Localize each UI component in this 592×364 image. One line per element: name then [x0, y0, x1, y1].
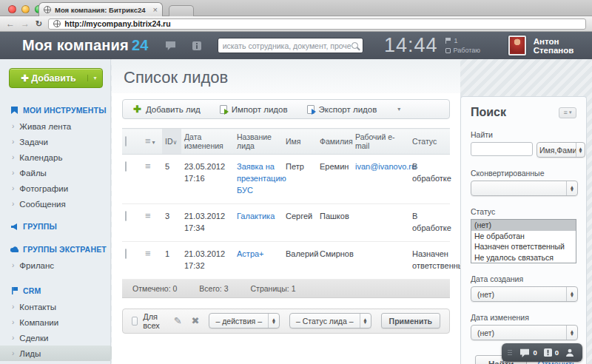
- browser-tab[interactable]: Моя компания: Битрикс24 ×: [38, 2, 163, 16]
- find-label: Найти: [471, 130, 576, 139]
- sidebar-item-events[interactable]: ›События: [0, 361, 110, 364]
- status-checkbox-icon[interactable]: [445, 48, 451, 53]
- global-search[interactable]: [218, 38, 363, 53]
- converted-select[interactable]: ▲▼: [471, 181, 578, 196]
- megaphone-icon: [10, 223, 18, 230]
- work-status[interactable]: 1 Работаю: [445, 37, 480, 54]
- row-menu-icon[interactable]: ≡: [145, 248, 151, 259]
- sidebar-item-files[interactable]: ›Файлы: [0, 165, 110, 181]
- sidebar-item-calendar[interactable]: ›Календарь: [0, 149, 110, 165]
- sidebar-item-companies[interactable]: ›Компании: [0, 314, 110, 330]
- chevron-right-icon: ›: [12, 261, 14, 269]
- for-all-checkbox[interactable]: [132, 317, 138, 326]
- add-caret-icon[interactable]: ▾: [87, 75, 102, 81]
- column-lead-name[interactable]: Название лида: [234, 129, 283, 155]
- column-status[interactable]: Статус: [409, 129, 450, 155]
- export-leads-button[interactable]: Экспорт лидов: [307, 105, 377, 114]
- user-name[interactable]: Антон Степанов: [534, 37, 592, 55]
- section-groups[interactable]: ГРУППЫ: [0, 218, 110, 235]
- lead-status-select[interactable]: – Статус лида – ▲▼: [289, 313, 371, 328]
- app-header: Моя компания24 14:44 1 Работаю Антон Сте…: [0, 32, 592, 59]
- drag-handle[interactable]: [508, 350, 512, 355]
- info-icon[interactable]: [192, 41, 201, 50]
- sort-desc-icon: ∨: [173, 139, 178, 146]
- date-created-select[interactable]: (нет) ▲▼: [471, 286, 578, 302]
- find-field-select[interactable]: Имя,Фамил ▲▼: [536, 142, 585, 158]
- row-menu-icon[interactable]: ≡: [145, 161, 151, 172]
- sidebar-item-label: Файлы: [19, 169, 47, 178]
- contacts-person-icon[interactable]: [565, 348, 574, 357]
- column-work-email[interactable]: Рабочий e-mail: [352, 129, 409, 155]
- actions-select[interactable]: – действия – ▲▼: [209, 313, 280, 328]
- email-link[interactable]: ivan@ivanovo.ru: [355, 162, 416, 171]
- app-logo[interactable]: Моя компания24: [22, 37, 149, 54]
- section-crm[interactable]: CRM: [0, 282, 110, 299]
- find-input[interactable]: [471, 142, 533, 156]
- actions-select-value: – действия –: [209, 317, 268, 326]
- global-search-input[interactable]: [223, 41, 352, 50]
- work-clock[interactable]: 14:44: [384, 34, 438, 57]
- for-all-label: Для всех: [143, 312, 164, 330]
- lead-name-link[interactable]: Галактика: [237, 212, 275, 220]
- panel-menu-icon[interactable]: ≡▾: [559, 107, 576, 118]
- select-stepper-icon: ▲▼: [566, 326, 577, 340]
- edit-pencil-icon[interactable]: ✎: [174, 315, 182, 326]
- date-modified-select[interactable]: (нет) ▲▼: [471, 325, 578, 340]
- new-tab-button[interactable]: [169, 5, 194, 16]
- sidebar-item-freelance[interactable]: ›Фриланс: [0, 257, 110, 273]
- window-minimize-button[interactable]: [21, 5, 30, 13]
- notifications-icon[interactable]: [544, 348, 552, 357]
- row-checkbox[interactable]: [125, 211, 127, 221]
- lead-name-link[interactable]: Астра+: [237, 249, 264, 258]
- user-avatar[interactable]: [508, 36, 526, 55]
- grid-settings-icon[interactable]: ≡▾: [145, 135, 155, 146]
- select-stepper-icon: ▲▼: [268, 314, 279, 328]
- chevron-right-icon: ›: [12, 122, 14, 130]
- add-lead-button[interactable]: ✚Добавить лид: [133, 104, 201, 114]
- tab-close-icon[interactable]: ×: [153, 6, 158, 14]
- row-menu-icon[interactable]: ≡: [145, 210, 151, 221]
- messenger-dock[interactable]: 0 0: [502, 343, 582, 362]
- messages-icon[interactable]: [519, 348, 530, 357]
- sidebar-item-deals[interactable]: ›Сделки: [0, 330, 110, 346]
- add-button[interactable]: ✚ Добавить ▾: [9, 68, 103, 88]
- forward-icon[interactable]: →: [21, 19, 30, 28]
- status-option[interactable]: (нет): [471, 220, 576, 231]
- reload-icon[interactable]: ↻: [36, 19, 42, 29]
- cell-id: 1: [162, 241, 181, 279]
- lead-name-link[interactable]: Заявка на презентацию БУС: [237, 162, 286, 195]
- back-icon[interactable]: ←: [6, 19, 15, 28]
- column-id[interactable]: ID∨: [162, 129, 181, 155]
- export-caret-icon[interactable]: ▾: [397, 106, 400, 112]
- status-listbox[interactable]: (нет) Не обработан Назначен ответственны…: [471, 219, 576, 263]
- sidebar-item-tasks[interactable]: ›Задачи: [0, 134, 110, 149]
- section-extranet-groups[interactable]: ГРУППЫ ЭКСТРАНЕТ: [0, 240, 110, 257]
- chevron-right-icon: ›: [12, 200, 14, 208]
- section-my-tools[interactable]: МОИ ИНСТРУМЕНТЫ: [0, 101, 110, 118]
- delete-icon[interactable]: ✖: [192, 315, 200, 326]
- apply-button[interactable]: Применить: [381, 313, 440, 328]
- status-option[interactable]: Не обработан: [471, 231, 576, 242]
- status-option[interactable]: Назначен ответственный: [471, 241, 576, 252]
- address-bar[interactable]: http://mycompany.bitrix24.ru: [48, 18, 586, 30]
- select-all-checkbox[interactable]: [125, 136, 127, 146]
- plus-icon: ✚: [21, 73, 28, 84]
- select-stepper-icon: ▲▼: [566, 181, 577, 195]
- chat-bubble-icon[interactable]: [165, 41, 176, 50]
- sidebar-item-live-feed[interactable]: ›Живая лента: [0, 118, 110, 134]
- status-option[interactable]: Не удалось связаться: [471, 252, 576, 263]
- row-checkbox[interactable]: [125, 161, 127, 172]
- column-last-name[interactable]: Фамилия: [317, 129, 352, 155]
- table-header-row: ≡▾ ID∨ Дата изменения Название лида Имя …: [122, 129, 450, 155]
- import-leads-button[interactable]: Импорт лидов: [220, 105, 288, 114]
- column-date-modified[interactable]: Дата изменения: [181, 129, 234, 155]
- row-checkbox[interactable]: [125, 249, 127, 259]
- cell-id: 5: [162, 155, 181, 204]
- sidebar-item-photos[interactable]: ›Фотографии: [0, 181, 110, 196]
- window-close-button[interactable]: [8, 5, 16, 13]
- sidebar-item-leads[interactable]: ›Лиды: [0, 346, 110, 361]
- section-label: ГРУППЫ ЭКСТРАНЕТ: [23, 245, 107, 254]
- column-first-name[interactable]: Имя: [283, 129, 317, 155]
- sidebar-item-messages[interactable]: ›Сообщения: [0, 196, 110, 212]
- sidebar-item-contacts[interactable]: ›Контакты: [0, 299, 110, 314]
